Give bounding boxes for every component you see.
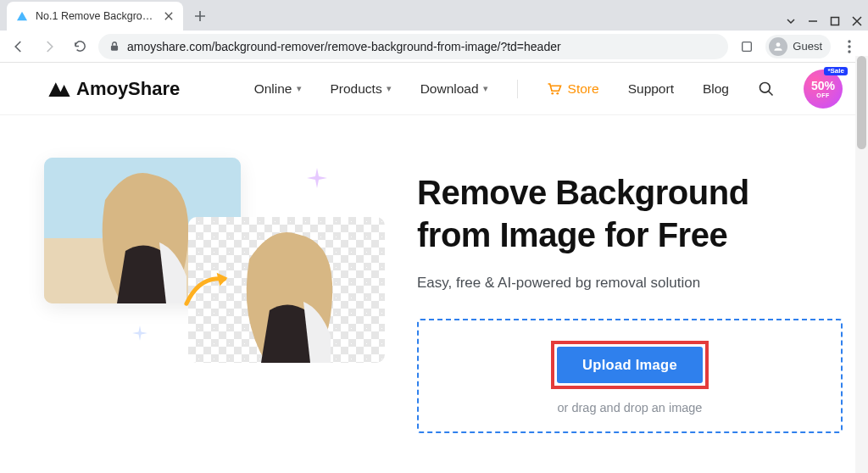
hero-content: Remove Background from Image for Free Ea… bbox=[417, 158, 843, 433]
svg-point-5 bbox=[848, 45, 850, 47]
sparkle-icon bbox=[307, 168, 327, 192]
upload-drop-zone[interactable]: Upload Image or drag and drop an image bbox=[417, 319, 843, 433]
window-close-button[interactable] bbox=[846, 12, 868, 31]
hero-section: Remove Background from Image for Free Ea… bbox=[0, 115, 868, 433]
lock-icon bbox=[108, 41, 120, 53]
nav-separator bbox=[517, 80, 518, 98]
scrollbar-thumb[interactable] bbox=[857, 56, 866, 149]
window-dropdown-icon[interactable] bbox=[780, 12, 802, 31]
svg-point-7 bbox=[551, 92, 554, 94]
svg-rect-1 bbox=[111, 45, 118, 50]
sale-off: OFF bbox=[816, 92, 830, 98]
hero-title: Remove Background from Image for Free bbox=[417, 171, 843, 256]
chevron-down-icon: ▾ bbox=[297, 83, 302, 94]
sparkle-icon bbox=[132, 326, 147, 344]
nav-support[interactable]: Support bbox=[628, 81, 674, 97]
upload-button[interactable]: Upload Image bbox=[557, 347, 703, 383]
avatar-icon bbox=[769, 37, 787, 56]
window-minimize-button[interactable] bbox=[802, 12, 824, 31]
back-button[interactable] bbox=[7, 35, 31, 58]
svg-point-6 bbox=[848, 50, 850, 53]
address-url: amoyshare.com/background-remover/remove-… bbox=[127, 40, 718, 53]
svg-point-4 bbox=[848, 40, 850, 42]
extensions-icon[interactable] bbox=[735, 35, 759, 58]
tab-close-icon[interactable] bbox=[163, 10, 175, 22]
browser-toolbar: amoyshare.com/background-remover/remove-… bbox=[0, 31, 868, 63]
page-scrollbar[interactable] bbox=[855, 56, 868, 473]
svg-rect-0 bbox=[832, 18, 839, 25]
svg-point-8 bbox=[556, 92, 559, 94]
nav-download[interactable]: Download▾ bbox=[420, 81, 488, 97]
nav-online[interactable]: Online▾ bbox=[254, 81, 302, 97]
browser-tab[interactable]: No.1 Remove Background from I bbox=[7, 2, 183, 31]
search-icon[interactable] bbox=[758, 81, 775, 97]
svg-point-3 bbox=[776, 42, 781, 47]
upload-highlight-box: Upload Image bbox=[551, 341, 709, 389]
hero-subtitle: Easy, free & AI-powered bg removal solut… bbox=[417, 275, 843, 292]
browser-menu-icon[interactable] bbox=[837, 35, 861, 58]
address-bar[interactable]: amoyshare.com/background-remover/remove-… bbox=[98, 34, 728, 59]
profile-button[interactable]: Guest bbox=[765, 35, 831, 58]
browser-tab-strip: No.1 Remove Background from I bbox=[0, 0, 868, 31]
svg-point-9 bbox=[760, 82, 771, 92]
hero-illustration bbox=[44, 158, 383, 412]
sale-tag: *Sale bbox=[824, 67, 848, 75]
brand-name: AmoyShare bbox=[76, 78, 180, 100]
new-tab-button[interactable] bbox=[188, 4, 212, 28]
brand-logo[interactable]: AmoyShare bbox=[47, 78, 180, 100]
window-maximize-button[interactable] bbox=[824, 12, 846, 31]
sale-badge[interactable]: *Sale 50% OFF bbox=[804, 70, 843, 109]
chevron-down-icon: ▾ bbox=[387, 83, 392, 94]
chevron-down-icon: ▾ bbox=[483, 83, 488, 94]
site-header: AmoyShare Online▾ Products▾ Download▾ St… bbox=[0, 63, 868, 115]
svg-rect-2 bbox=[743, 42, 752, 51]
nav-products[interactable]: Products▾ bbox=[331, 81, 392, 97]
cart-icon bbox=[547, 82, 562, 96]
drop-hint: or drag and drop an image bbox=[427, 401, 832, 415]
profile-label: Guest bbox=[793, 40, 822, 53]
tab-favicon bbox=[15, 9, 29, 23]
forward-button[interactable] bbox=[37, 35, 61, 58]
example-cutout-image bbox=[188, 217, 385, 363]
tab-title: No.1 Remove Background from I bbox=[36, 10, 156, 22]
nav-blog[interactable]: Blog bbox=[703, 81, 729, 97]
sale-percent: 50% bbox=[811, 80, 835, 92]
main-nav: Online▾ Products▾ Download▾ Store Suppor… bbox=[254, 70, 843, 109]
nav-store[interactable]: Store bbox=[547, 81, 599, 97]
reload-button[interactable] bbox=[68, 35, 92, 58]
